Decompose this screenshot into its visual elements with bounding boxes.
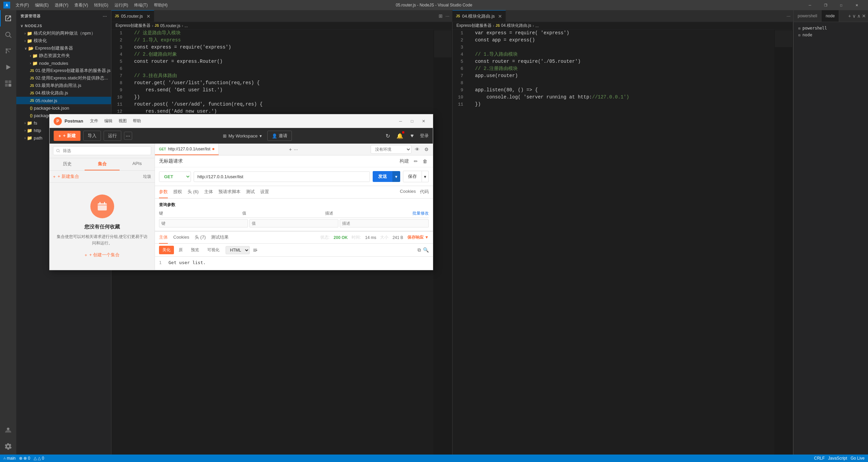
edit-icon[interactable]: ✏ bbox=[412, 158, 419, 165]
tab-close-icon[interactable]: ✕ bbox=[146, 14, 150, 19]
add-tab-icon[interactable]: + bbox=[289, 147, 292, 152]
status-language[interactable]: JavaScript bbox=[828, 456, 847, 461]
pm-resp-tab-test-results[interactable]: 测试结果 bbox=[211, 232, 229, 244]
url-input[interactable] bbox=[194, 171, 370, 182]
trash-button[interactable]: 垃圾 bbox=[143, 174, 151, 180]
pm-resp-tab-body[interactable]: 主体 bbox=[159, 232, 168, 244]
status-crlf[interactable]: CRLF bbox=[814, 456, 825, 461]
activity-explorer[interactable] bbox=[0, 10, 16, 26]
eye-icon[interactable]: 👁 bbox=[413, 145, 421, 153]
panel-tab-powershell[interactable]: powershell bbox=[794, 10, 821, 22]
create-collection-button[interactable]: + + 创建一个集合 bbox=[85, 252, 120, 258]
more-actions-icon[interactable]: ··· bbox=[444, 13, 451, 19]
menu-help[interactable]: 帮助(H) bbox=[151, 2, 171, 9]
pm-menu-edit[interactable]: 编辑 bbox=[102, 117, 115, 125]
postman-workspace-button[interactable]: ⊞ My Workspace ▾ bbox=[220, 132, 265, 140]
sidebar-item-04-module-route[interactable]: JS 04.模块化路由.js bbox=[16, 89, 111, 97]
environment-selector[interactable]: 没有环境 bbox=[371, 145, 411, 154]
split-editor-icon[interactable]: ⊞ bbox=[437, 13, 444, 19]
save-response-button[interactable]: 保存响应 ▼ bbox=[407, 235, 429, 240]
pm-tab-cookies[interactable]: Cookies bbox=[400, 186, 416, 198]
param-key-input[interactable] bbox=[159, 219, 248, 227]
save-button[interactable]: 保存 bbox=[403, 171, 422, 182]
param-val-input[interactable] bbox=[249, 219, 338, 227]
search-response-icon[interactable]: 🔍 bbox=[423, 247, 429, 253]
format-tab-raw[interactable]: 原 bbox=[175, 246, 186, 254]
close-button[interactable]: ✕ bbox=[849, 0, 865, 10]
sidebar-item-express-server[interactable]: ∨ 📂 Express创建服务器 bbox=[16, 44, 111, 52]
close-panel-icon[interactable]: ✕ bbox=[862, 13, 866, 19]
activity-account[interactable] bbox=[0, 422, 16, 438]
menu-file[interactable]: 文件(F) bbox=[13, 2, 32, 9]
send-button[interactable]: 发送 bbox=[373, 171, 392, 182]
sidebar-item-05-router[interactable]: JS 05.router.js bbox=[16, 97, 111, 104]
tab-05-router[interactable]: JS 05.router.js ✕ bbox=[111, 10, 154, 22]
pm-maximize-button[interactable]: □ bbox=[407, 117, 417, 125]
postman-more-btn[interactable]: ⋯ bbox=[124, 132, 132, 140]
pm-menu-help[interactable]: 帮助 bbox=[130, 117, 144, 125]
activity-settings[interactable] bbox=[0, 438, 16, 455]
pm-minimize-button[interactable]: ─ bbox=[395, 117, 406, 125]
notification-bell-icon[interactable]: 🔔 bbox=[395, 131, 405, 141]
build-button[interactable]: 构建 bbox=[398, 158, 410, 165]
status-warnings[interactable]: △ △ 0 bbox=[34, 456, 44, 461]
save-dropdown-button[interactable]: ▾ bbox=[422, 171, 429, 182]
maximize-button[interactable]: □ bbox=[833, 0, 849, 10]
more-actions-icon-right[interactable]: ··· bbox=[785, 13, 792, 19]
sidebar-item-static-assets[interactable]: › 📁 静态资源文件夹 bbox=[16, 52, 111, 59]
pm-tab-tests[interactable]: 测试 bbox=[246, 186, 255, 198]
format-tab-preview[interactable]: 预览 bbox=[188, 246, 202, 254]
pm-tab-params[interactable]: 参数 bbox=[159, 186, 168, 198]
wrap-lines-icon[interactable] bbox=[252, 247, 258, 253]
pm-request-tab-1[interactable]: GET http://127.0.0.1/user/list bbox=[155, 144, 219, 155]
format-type-selector[interactable]: HTML JSON Text bbox=[226, 246, 250, 254]
batch-edit-button[interactable]: 批量修改 bbox=[412, 211, 429, 216]
menu-edit[interactable]: 编辑(E) bbox=[32, 2, 51, 9]
menu-select[interactable]: 选择(Y) bbox=[52, 2, 71, 9]
sync-icon[interactable]: ↻ bbox=[383, 131, 393, 141]
status-golive[interactable]: Go Live bbox=[851, 456, 865, 461]
format-tab-visualize[interactable]: 可视化 bbox=[204, 246, 223, 254]
pm-tab-pre-request[interactable]: 预请求脚本 bbox=[218, 186, 241, 198]
minimize-button[interactable]: ─ bbox=[802, 0, 818, 10]
panel-tab-node[interactable]: node bbox=[821, 10, 839, 22]
search-input[interactable] bbox=[53, 146, 151, 155]
tree-nodejs-root[interactable]: ∨ NODEJS bbox=[16, 22, 111, 30]
param-desc-input[interactable] bbox=[340, 219, 429, 227]
menu-view[interactable]: 查看(V) bbox=[72, 2, 91, 9]
postman-import-button[interactable]: 导入 bbox=[83, 131, 101, 141]
pm-resp-tab-headers[interactable]: 头 (7) bbox=[195, 232, 206, 244]
minimize-panel-icon[interactable]: ∨ bbox=[852, 13, 856, 19]
activity-extensions[interactable] bbox=[0, 75, 16, 92]
sidebar-item-node-modules[interactable]: › 📁 node_modules bbox=[16, 59, 111, 67]
maximize-panel-icon[interactable]: ∧ bbox=[857, 13, 861, 19]
sidebar-item-03-route[interactable]: JS 03.最简单的路由用法.js bbox=[16, 82, 111, 89]
copy-response-icon[interactable]: ⧉ bbox=[418, 247, 421, 253]
pm-menu-file[interactable]: 文件 bbox=[87, 117, 101, 125]
settings-icon[interactable]: ⚙ bbox=[423, 145, 430, 153]
sidebar-more-icon[interactable]: ··· bbox=[103, 14, 107, 18]
more-tabs-icon[interactable]: ··· bbox=[294, 147, 298, 152]
sidebar-item-01-express[interactable]: JS 01.使用Express创建最基本的服务器.js bbox=[16, 67, 111, 74]
delete-icon[interactable]: 🗑 bbox=[421, 158, 429, 165]
status-branch[interactable]: ⑃ main bbox=[3, 456, 16, 461]
sidebar-item-format-time[interactable]: › 📁 格式化时间的两种做法（npm） bbox=[16, 30, 111, 37]
pm-tab-settings[interactable]: 设置 bbox=[260, 186, 269, 198]
add-terminal-icon[interactable]: + bbox=[848, 13, 851, 19]
send-dropdown-button[interactable]: ▾ bbox=[392, 171, 400, 182]
new-collection-button[interactable]: + + 新建集合 bbox=[53, 173, 79, 180]
pm-tab-auth[interactable]: 授权 bbox=[173, 186, 182, 198]
postman-sign-in[interactable]: 登录 bbox=[420, 133, 429, 139]
pm-menu-view[interactable]: 视图 bbox=[116, 117, 129, 125]
pm-tab-body[interactable]: 主体 bbox=[204, 186, 213, 198]
terminal-node[interactable]: ⊞ node bbox=[796, 32, 865, 38]
activity-run[interactable] bbox=[0, 59, 16, 75]
terminal-powershell[interactable]: ⊞ powershell bbox=[796, 25, 865, 32]
sidebar-item-package-lock[interactable]: {} package-lock.json bbox=[16, 104, 111, 112]
pm-resp-tab-cookies[interactable]: Cookies bbox=[173, 232, 189, 243]
pm-tab-history[interactable]: 历史 bbox=[50, 158, 85, 170]
code-content-right[interactable]: var express = require( 'express') const … bbox=[466, 30, 793, 455]
restore-button[interactable]: ❐ bbox=[818, 0, 833, 10]
status-errors[interactable]: ⊗ ⊗ 0 bbox=[19, 456, 30, 461]
menu-run[interactable]: 运行(R) bbox=[112, 2, 131, 9]
